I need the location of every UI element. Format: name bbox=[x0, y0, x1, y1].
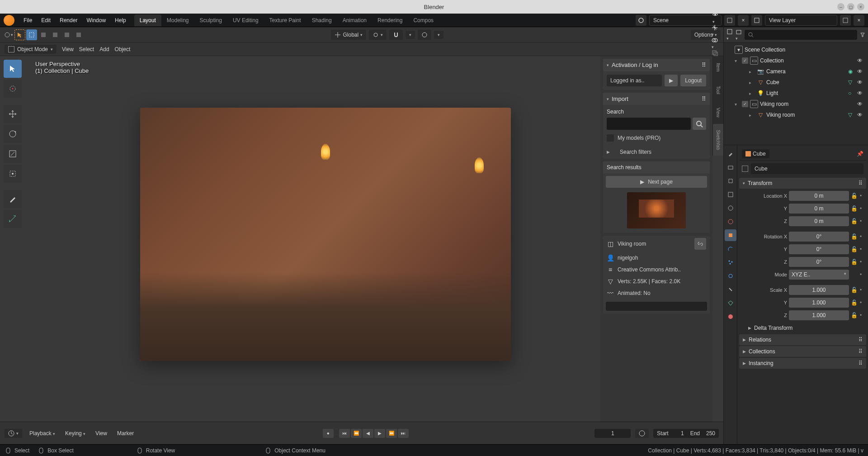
xray-toggle[interactable] bbox=[712, 50, 719, 56]
jump-start-button[interactable]: ⏮ bbox=[339, 429, 350, 438]
keyframe-dot[interactable]: • bbox=[860, 299, 863, 306]
menu-keying[interactable]: Keying ▾ bbox=[62, 430, 88, 437]
location-x-field[interactable]: 0 m bbox=[789, 191, 849, 201]
tab-modeling[interactable]: Modeling bbox=[161, 14, 194, 26]
tab-viewlayer-props[interactable] bbox=[725, 189, 736, 200]
overlay-toggle[interactable] bbox=[712, 37, 719, 43]
jump-end-button[interactable]: ⏭ bbox=[398, 429, 409, 438]
collection-row[interactable]: ▾✓▭Collection👁 bbox=[724, 55, 868, 66]
close-button[interactable]: × bbox=[857, 3, 864, 10]
activation-header[interactable]: ▾Activation / Log in⠿ bbox=[603, 59, 710, 71]
proportional-dropdown[interactable]: ▾ bbox=[434, 31, 443, 39]
keyframe-dot[interactable]: • bbox=[860, 271, 863, 278]
keyframe-dot[interactable]: • bbox=[860, 287, 863, 293]
scale-x-field[interactable]: 1.000 bbox=[789, 285, 849, 295]
blender-logo-icon[interactable] bbox=[4, 15, 14, 26]
camera-row[interactable]: ▸📷Camera◉👁 bbox=[724, 66, 868, 77]
delete-scene-button[interactable]: × bbox=[738, 15, 749, 26]
tab-animation[interactable]: Animation bbox=[337, 14, 372, 26]
delete-layer-button[interactable]: × bbox=[854, 15, 864, 26]
gizmo-dropdown[interactable]: ▾ bbox=[712, 31, 719, 37]
rotate-tool[interactable] bbox=[4, 125, 22, 143]
end-frame-field[interactable]: 250 bbox=[702, 430, 715, 437]
menu-marker[interactable]: Marker bbox=[114, 430, 137, 437]
sync-button[interactable] bbox=[635, 429, 649, 438]
select-variant-3-icon[interactable] bbox=[61, 29, 72, 40]
view-layer-field[interactable]: View Layer bbox=[765, 15, 837, 26]
instancing-section-header[interactable]: ▶Instancing⠿ bbox=[739, 358, 866, 369]
search-input[interactable] bbox=[607, 118, 691, 130]
tab-scene-props[interactable] bbox=[725, 202, 736, 214]
tab-shading[interactable]: Shading bbox=[307, 14, 337, 26]
tab-data-props[interactable] bbox=[725, 297, 736, 309]
scene-browse-icon[interactable] bbox=[636, 15, 646, 26]
keyframe-next-button[interactable]: ⏩ bbox=[386, 429, 397, 438]
tab-world-props[interactable] bbox=[725, 216, 736, 228]
crumb-object[interactable]: Cube bbox=[742, 149, 769, 158]
delta-transform-header[interactable]: ▶Delta Transform bbox=[739, 323, 866, 333]
scene-name-field[interactable]: Scene bbox=[649, 15, 722, 26]
tab-rendering[interactable]: Rendering bbox=[372, 14, 408, 26]
tab-render-props[interactable] bbox=[725, 162, 736, 173]
keyframe-dot[interactable]: • bbox=[860, 259, 863, 265]
select-tool-icon[interactable] bbox=[14, 29, 25, 40]
tab-constraint-props[interactable] bbox=[725, 284, 736, 295]
checkbox-icon[interactable]: ✓ bbox=[742, 101, 748, 107]
tab-object-props[interactable] bbox=[725, 229, 736, 241]
viewport-body[interactable]: User Perspective (1) Collection | Cube Z… bbox=[0, 56, 723, 422]
tab-sculpting[interactable]: Sculpting bbox=[194, 14, 227, 26]
object-name-field[interactable]: Cube bbox=[751, 163, 863, 174]
viking-collection-row[interactable]: ▾✓▭Viking room👁 bbox=[724, 99, 868, 109]
tab-texture-paint[interactable]: Texture Paint bbox=[264, 14, 307, 26]
eye-icon[interactable]: 👁 bbox=[857, 101, 864, 107]
cursor-tool[interactable] bbox=[4, 80, 22, 98]
lock-icon[interactable]: 🔓 bbox=[851, 312, 858, 318]
select-tool[interactable] bbox=[4, 60, 22, 78]
menu-edit[interactable]: Edit bbox=[37, 17, 55, 24]
eye-icon[interactable]: 👁 bbox=[857, 57, 864, 64]
menu-object[interactable]: Object bbox=[115, 46, 131, 52]
mode-selector[interactable]: Object Mode ▾ bbox=[5, 45, 57, 54]
data-icon[interactable]: ○ bbox=[848, 90, 855, 96]
data-icon[interactable]: ▽ bbox=[848, 79, 855, 86]
overlay-dropdown[interactable]: ▾ bbox=[712, 43, 719, 50]
layer-browse-icon[interactable] bbox=[751, 15, 762, 26]
outliner-search[interactable] bbox=[745, 30, 857, 40]
lock-icon[interactable]: 🔓 bbox=[851, 218, 858, 224]
open-link-button[interactable] bbox=[694, 238, 706, 250]
auto-key-toggle[interactable]: ● bbox=[323, 429, 334, 438]
search-button[interactable] bbox=[693, 118, 706, 130]
tab-compositing[interactable]: Compos bbox=[408, 14, 439, 26]
keyframe-dot[interactable]: • bbox=[860, 233, 863, 240]
menu-window[interactable]: Window bbox=[82, 17, 110, 24]
extra-field[interactable] bbox=[606, 302, 707, 311]
select-box-icon[interactable] bbox=[26, 29, 37, 40]
outliner-editor-dropdown[interactable]: ▾ bbox=[726, 28, 733, 41]
menu-view-tl[interactable]: View bbox=[93, 430, 110, 437]
data-icon[interactable]: ▽ bbox=[848, 112, 855, 118]
eye-icon[interactable]: 👁 bbox=[857, 112, 864, 118]
scale-z-field[interactable]: 1.000 bbox=[789, 310, 849, 320]
select-variant-1-icon[interactable] bbox=[38, 29, 49, 40]
eye-icon[interactable]: 👁 bbox=[857, 79, 864, 86]
select-variant-4-icon[interactable] bbox=[73, 29, 84, 40]
maximize-button[interactable]: ◻ bbox=[847, 3, 854, 10]
scene-collection-row[interactable]: ▾Scene Collection bbox=[724, 44, 868, 55]
new-scene-button[interactable] bbox=[724, 15, 735, 26]
keyframe-prev-button[interactable]: ⏪ bbox=[351, 429, 362, 438]
collections-section-header[interactable]: ▶Collections⠿ bbox=[739, 346, 866, 357]
scale-y-field[interactable]: 1.000 bbox=[789, 298, 849, 308]
keyframe-dot[interactable]: • bbox=[860, 205, 863, 212]
menu-playback[interactable]: Playback ▾ bbox=[27, 430, 58, 437]
menu-file[interactable]: File bbox=[19, 17, 37, 24]
new-layer-button[interactable] bbox=[840, 15, 851, 26]
start-frame-field[interactable]: 1 bbox=[670, 430, 684, 437]
logout-button[interactable]: Logout bbox=[680, 75, 706, 86]
play-reverse-button[interactable]: ◀ bbox=[363, 429, 373, 438]
tab-material-props[interactable] bbox=[725, 311, 736, 323]
eye-icon[interactable]: 👁 bbox=[857, 90, 864, 96]
search-filters-toggle[interactable]: ▶Search filters bbox=[603, 145, 710, 159]
my-models-checkbox[interactable]: My models (PRO) bbox=[607, 134, 706, 142]
timeline-editor-dropdown[interactable]: ▾ bbox=[5, 429, 22, 438]
lock-icon[interactable]: 🔓 bbox=[851, 193, 858, 199]
